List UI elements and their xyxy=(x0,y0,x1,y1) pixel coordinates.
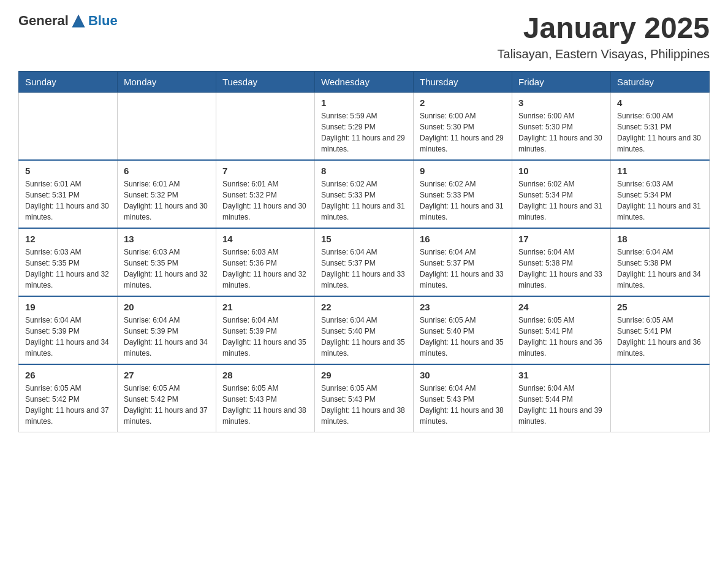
day-number: 28 xyxy=(222,370,308,380)
calendar-cell: 2Sunrise: 6:00 AMSunset: 5:30 PMDaylight… xyxy=(414,92,512,160)
day-of-week-header: Friday xyxy=(512,71,611,92)
calendar-cell: 15Sunrise: 6:04 AMSunset: 5:37 PMDayligh… xyxy=(315,228,414,296)
day-info: Sunrise: 6:04 AMSunset: 5:37 PMDaylight:… xyxy=(420,247,506,291)
day-number: 8 xyxy=(321,166,407,176)
calendar-cell: 7Sunrise: 6:01 AMSunset: 5:32 PMDaylight… xyxy=(216,160,315,228)
day-info: Sunrise: 6:05 AMSunset: 5:43 PMDaylight:… xyxy=(222,383,308,427)
day-number: 2 xyxy=(420,98,506,108)
day-info: Sunrise: 6:00 AMSunset: 5:30 PMDaylight:… xyxy=(518,110,604,155)
day-number: 23 xyxy=(420,302,506,312)
day-number: 27 xyxy=(124,370,210,380)
day-of-week-header: Tuesday xyxy=(216,71,315,92)
day-number: 1 xyxy=(321,98,407,108)
svg-marker-1 xyxy=(72,18,85,28)
calendar-cell: 28Sunrise: 6:05 AMSunset: 5:43 PMDayligh… xyxy=(216,364,315,432)
day-number: 26 xyxy=(25,370,111,380)
calendar-cell: 31Sunrise: 6:04 AMSunset: 5:44 PMDayligh… xyxy=(512,364,611,432)
calendar-cell xyxy=(611,364,710,432)
day-info: Sunrise: 6:04 AMSunset: 5:38 PMDaylight:… xyxy=(518,247,604,291)
calendar-cell: 8Sunrise: 6:02 AMSunset: 5:33 PMDaylight… xyxy=(315,160,414,228)
day-info: Sunrise: 5:59 AMSunset: 5:29 PMDaylight:… xyxy=(321,110,407,155)
day-info: Sunrise: 6:04 AMSunset: 5:39 PMDaylight:… xyxy=(25,315,111,359)
day-number: 10 xyxy=(518,166,604,176)
calendar-cell: 9Sunrise: 6:02 AMSunset: 5:33 PMDaylight… xyxy=(414,160,512,228)
day-info: Sunrise: 6:03 AMSunset: 5:34 PMDaylight:… xyxy=(617,178,703,223)
day-number: 29 xyxy=(321,370,407,380)
day-info: Sunrise: 6:04 AMSunset: 5:37 PMDaylight:… xyxy=(321,247,407,291)
calendar-week-row: 1Sunrise: 5:59 AMSunset: 5:29 PMDaylight… xyxy=(19,92,710,160)
day-of-week-header: Wednesday xyxy=(315,71,414,92)
calendar-cell: 24Sunrise: 6:05 AMSunset: 5:41 PMDayligh… xyxy=(512,296,611,364)
day-number: 5 xyxy=(25,166,111,176)
day-info: Sunrise: 6:03 AMSunset: 5:35 PMDaylight:… xyxy=(25,247,111,291)
day-info: Sunrise: 6:05 AMSunset: 5:40 PMDaylight:… xyxy=(420,315,506,359)
calendar-cell: 18Sunrise: 6:04 AMSunset: 5:38 PMDayligh… xyxy=(611,228,710,296)
day-info: Sunrise: 6:02 AMSunset: 5:33 PMDaylight:… xyxy=(321,178,407,223)
calendar-cell: 12Sunrise: 6:03 AMSunset: 5:35 PMDayligh… xyxy=(19,228,118,296)
day-info: Sunrise: 6:03 AMSunset: 5:35 PMDaylight:… xyxy=(124,247,210,291)
day-info: Sunrise: 6:05 AMSunset: 5:42 PMDaylight:… xyxy=(124,383,210,427)
day-info: Sunrise: 6:05 AMSunset: 5:41 PMDaylight:… xyxy=(518,315,604,359)
calendar-cell: 1Sunrise: 5:59 AMSunset: 5:29 PMDaylight… xyxy=(315,92,414,160)
calendar-week-row: 26Sunrise: 6:05 AMSunset: 5:42 PMDayligh… xyxy=(19,364,710,432)
calendar-cell: 25Sunrise: 6:05 AMSunset: 5:41 PMDayligh… xyxy=(611,296,710,364)
day-number: 11 xyxy=(617,166,703,176)
day-info: Sunrise: 6:02 AMSunset: 5:34 PMDaylight:… xyxy=(518,178,604,223)
page-header: General Blue January 2025 Talisayan, Eas… xyxy=(18,12,710,61)
day-info: Sunrise: 6:03 AMSunset: 5:36 PMDaylight:… xyxy=(222,247,308,291)
calendar-cell: 27Sunrise: 6:05 AMSunset: 5:42 PMDayligh… xyxy=(118,364,216,432)
day-info: Sunrise: 6:04 AMSunset: 5:39 PMDaylight:… xyxy=(124,315,210,359)
logo-text-blue: Blue xyxy=(88,13,118,29)
calendar-cell: 14Sunrise: 6:03 AMSunset: 5:36 PMDayligh… xyxy=(216,228,315,296)
day-info: Sunrise: 6:01 AMSunset: 5:32 PMDaylight:… xyxy=(222,178,308,223)
calendar-cell: 16Sunrise: 6:04 AMSunset: 5:37 PMDayligh… xyxy=(414,228,512,296)
calendar-cell: 19Sunrise: 6:04 AMSunset: 5:39 PMDayligh… xyxy=(19,296,118,364)
day-info: Sunrise: 6:05 AMSunset: 5:41 PMDaylight:… xyxy=(617,315,703,359)
day-number: 17 xyxy=(518,234,604,244)
day-info: Sunrise: 6:02 AMSunset: 5:33 PMDaylight:… xyxy=(420,178,506,223)
day-number: 22 xyxy=(321,302,407,312)
calendar-cell: 22Sunrise: 6:04 AMSunset: 5:40 PMDayligh… xyxy=(315,296,414,364)
day-number: 7 xyxy=(222,166,308,176)
calendar-cell: 13Sunrise: 6:03 AMSunset: 5:35 PMDayligh… xyxy=(118,228,216,296)
calendar-cell: 3Sunrise: 6:00 AMSunset: 5:30 PMDaylight… xyxy=(512,92,611,160)
logo[interactable]: General Blue xyxy=(18,12,118,29)
calendar-week-row: 19Sunrise: 6:04 AMSunset: 5:39 PMDayligh… xyxy=(19,296,710,364)
title-area: January 2025 Talisayan, Eastern Visayas,… xyxy=(498,12,710,61)
day-of-week-header: Saturday xyxy=(611,71,710,92)
day-info: Sunrise: 6:04 AMSunset: 5:44 PMDaylight:… xyxy=(518,383,604,427)
calendar-header-row: SundayMondayTuesdayWednesdayThursdayFrid… xyxy=(19,71,710,92)
day-number: 15 xyxy=(321,234,407,244)
day-info: Sunrise: 6:05 AMSunset: 5:42 PMDaylight:… xyxy=(25,383,111,427)
day-of-week-header: Thursday xyxy=(414,71,512,92)
calendar-cell: 26Sunrise: 6:05 AMSunset: 5:42 PMDayligh… xyxy=(19,364,118,432)
day-info: Sunrise: 6:04 AMSunset: 5:39 PMDaylight:… xyxy=(222,315,308,359)
calendar-cell: 5Sunrise: 6:01 AMSunset: 5:31 PMDaylight… xyxy=(19,160,118,228)
location-text: Talisayan, Eastern Visayas, Philippines xyxy=(498,47,710,61)
day-number: 6 xyxy=(124,166,210,176)
calendar-cell: 29Sunrise: 6:05 AMSunset: 5:43 PMDayligh… xyxy=(315,364,414,432)
day-number: 31 xyxy=(518,370,604,380)
day-info: Sunrise: 6:01 AMSunset: 5:32 PMDaylight:… xyxy=(124,178,210,223)
calendar-cell xyxy=(118,92,216,160)
day-number: 16 xyxy=(420,234,506,244)
calendar-cell: 20Sunrise: 6:04 AMSunset: 5:39 PMDayligh… xyxy=(118,296,216,364)
day-of-week-header: Monday xyxy=(118,71,216,92)
day-number: 24 xyxy=(518,302,604,312)
calendar-cell: 10Sunrise: 6:02 AMSunset: 5:34 PMDayligh… xyxy=(512,160,611,228)
day-number: 18 xyxy=(617,234,703,244)
calendar-table: SundayMondayTuesdayWednesdayThursdayFrid… xyxy=(18,71,710,432)
calendar-cell: 30Sunrise: 6:04 AMSunset: 5:43 PMDayligh… xyxy=(414,364,512,432)
day-info: Sunrise: 6:04 AMSunset: 5:40 PMDaylight:… xyxy=(321,315,407,359)
calendar-cell: 4Sunrise: 6:00 AMSunset: 5:31 PMDaylight… xyxy=(611,92,710,160)
day-number: 21 xyxy=(222,302,308,312)
calendar-cell xyxy=(19,92,118,160)
day-info: Sunrise: 6:04 AMSunset: 5:38 PMDaylight:… xyxy=(617,247,703,291)
day-info: Sunrise: 6:00 AMSunset: 5:31 PMDaylight:… xyxy=(617,110,703,155)
calendar-cell xyxy=(216,92,315,160)
calendar-cell: 21Sunrise: 6:04 AMSunset: 5:39 PMDayligh… xyxy=(216,296,315,364)
day-number: 20 xyxy=(124,302,210,312)
day-info: Sunrise: 6:00 AMSunset: 5:30 PMDaylight:… xyxy=(420,110,506,155)
calendar-cell: 11Sunrise: 6:03 AMSunset: 5:34 PMDayligh… xyxy=(611,160,710,228)
calendar-week-row: 5Sunrise: 6:01 AMSunset: 5:31 PMDaylight… xyxy=(19,160,710,228)
